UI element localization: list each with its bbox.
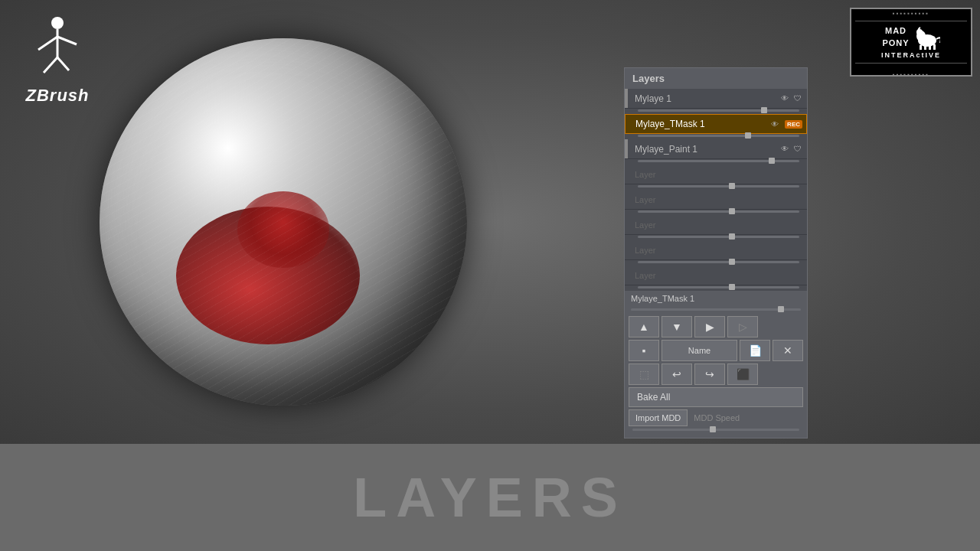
eye-icon-3[interactable]: 👁: [779, 144, 790, 155]
layer-icons-1: 👁 🛡: [779, 93, 803, 104]
svg-line-5: [57, 57, 69, 70]
layer-name-6: Layer: [629, 220, 803, 230]
layer-item-7[interactable]: Layer: [625, 240, 807, 260]
square-button[interactable]: ▪: [629, 340, 659, 361]
zbrush-logo: ZBrush: [15, 15, 100, 107]
layer-slider-row-3: [625, 159, 807, 165]
pony-icon: [913, 24, 940, 51]
layer-slider-row-5: [625, 210, 807, 215]
bottom-title: LAYERS: [353, 466, 626, 529]
import-mdd-button[interactable]: Import MDD: [629, 409, 688, 426]
svg-point-0: [51, 17, 64, 29]
layer-name-2: Mylaye_TMask 1: [629, 119, 769, 129]
layer-icons-2: 👁 REC: [769, 119, 802, 129]
mdd-slider-row: [629, 426, 803, 435]
zbrush-text: ZBrush: [15, 86, 100, 106]
copy-button[interactable]: 📄: [740, 340, 770, 361]
sphere-container: [100, 38, 467, 406]
svg-rect-10: [924, 46, 926, 50]
layer-slider-row-7: [625, 260, 807, 266]
layer-left-bar-1: [625, 89, 628, 108]
shield-icon-1[interactable]: 🛡: [792, 93, 803, 104]
mdd-slider[interactable]: [632, 429, 799, 431]
zbrush-figure-icon: [27, 15, 88, 84]
svg-rect-12: [933, 44, 936, 50]
layer-slider-2[interactable]: [638, 135, 799, 137]
layers-panel: Layers Mylaye 1 👁 🛡 Mylaye_TMask 1: [624, 67, 808, 439]
layer-slider-row-1: [625, 109, 807, 114]
move-right-button[interactable]: ▶: [694, 316, 725, 337]
eye-icon-1[interactable]: 👁: [779, 93, 790, 104]
layer-left-bar-3: [625, 139, 628, 158]
layers-panel-title: Layers: [625, 68, 807, 89]
mad-pony-text-interactive: INTERActIVE: [881, 51, 941, 60]
shield-icon-3[interactable]: 🛡: [792, 144, 803, 155]
layer-slider-row-2: [625, 134, 807, 139]
layer-slider-8[interactable]: [638, 286, 799, 289]
sphere: [100, 38, 467, 406]
flatten-button[interactable]: ⬛: [727, 364, 758, 385]
selected-layer-info: Mylaye_TMask 1: [625, 291, 807, 306]
undo-button[interactable]: ↩: [662, 364, 692, 385]
rec-badge: REC: [785, 120, 802, 129]
filmstrip-top: ▪▪▪▪▪▪▪▪▪▪: [893, 10, 929, 17]
selected-slider-row: [625, 306, 807, 313]
layers-list: Mylaye 1 👁 🛡 Mylaye_TMask 1 👁 REC: [625, 89, 807, 291]
mad-pony-text-mad: MAD: [882, 25, 909, 37]
svg-line-3: [57, 37, 77, 44]
delete-button[interactable]: ✕: [773, 340, 803, 361]
layer-icons-3: 👁 🛡: [779, 144, 803, 155]
layer-buttons: ▲ ▼ ▶ ▷ ▪ Name 📄 ✕ ⬚ ↩ ↪ ⬛ Bake All: [625, 313, 807, 438]
dummy-btn-1[interactable]: ⬚: [629, 364, 659, 385]
main-viewport: ZBrush ▪▪▪▪▪▪▪▪▪▪ MAD PONY: [0, 0, 980, 444]
mdd-speed-label: MDD Speed: [694, 413, 803, 422]
layer-item-3[interactable]: Mylaye_Paint 1 👁 🛡: [625, 139, 807, 159]
layer-item-2[interactable]: Mylaye_TMask 1 👁 REC: [625, 114, 807, 134]
filmstrip-bottom: ▪▪▪▪▪▪▪▪▪▪: [893, 71, 929, 78]
bake-all-button[interactable]: Bake All: [629, 387, 803, 407]
layer-name-3: Mylaye_Paint 1: [629, 144, 779, 155]
layer-item-1[interactable]: Mylaye 1 👁 🛡: [625, 89, 807, 109]
layer-item-4[interactable]: Layer: [625, 165, 807, 184]
layer-name-4: Layer: [629, 170, 803, 179]
layer-item-5[interactable]: Layer: [625, 190, 807, 210]
layer-slider-5[interactable]: [638, 210, 799, 213]
layer-item-8[interactable]: Layer: [625, 266, 807, 285]
svg-rect-9: [920, 45, 922, 50]
name-button[interactable]: Name: [662, 340, 737, 361]
svg-line-4: [44, 57, 57, 73]
layer-slider-1[interactable]: [638, 109, 799, 112]
mad-pony-logo: ▪▪▪▪▪▪▪▪▪▪ MAD PONY IN: [850, 8, 972, 77]
svg-line-2: [38, 37, 57, 50]
btn-row-3: ⬚ ↩ ↪ ⬛: [629, 364, 803, 385]
redo-button[interactable]: ↪: [694, 364, 725, 385]
layer-slider-row-6: [625, 235, 807, 240]
sphere-swirl-overlay: [100, 38, 467, 406]
move-up-button[interactable]: ▲: [629, 316, 659, 337]
layer-slider-row-8: [625, 285, 807, 291]
svg-rect-11: [929, 45, 931, 50]
import-row: Import MDD MDD Speed: [629, 409, 803, 426]
layer-name-7: Layer: [629, 246, 803, 255]
selected-slider[interactable]: [631, 308, 801, 311]
move-down-button[interactable]: ▼: [662, 316, 692, 337]
layer-slider-6[interactable]: [638, 236, 799, 238]
btn-row-1: ▲ ▼ ▶ ▷: [629, 316, 803, 337]
btn-row-2: ▪ Name 📄 ✕: [629, 340, 803, 361]
mad-pony-text-pony: PONY: [882, 37, 909, 49]
layer-slider-row-4: [625, 184, 807, 190]
layer-slider-7[interactable]: [638, 261, 799, 263]
bottom-bar: LAYERS: [0, 444, 980, 551]
layer-item-6[interactable]: Layer: [625, 215, 807, 235]
layer-slider-3[interactable]: [638, 160, 799, 162]
layer-name-1: Mylaye 1: [629, 93, 779, 104]
layer-slider-4[interactable]: [638, 185, 799, 187]
layer-name-8: Layer: [629, 271, 803, 280]
eye-icon-2[interactable]: 👁: [769, 119, 780, 129]
layer-name-5: Layer: [629, 195, 803, 204]
move-right2-button[interactable]: ▷: [727, 316, 758, 337]
